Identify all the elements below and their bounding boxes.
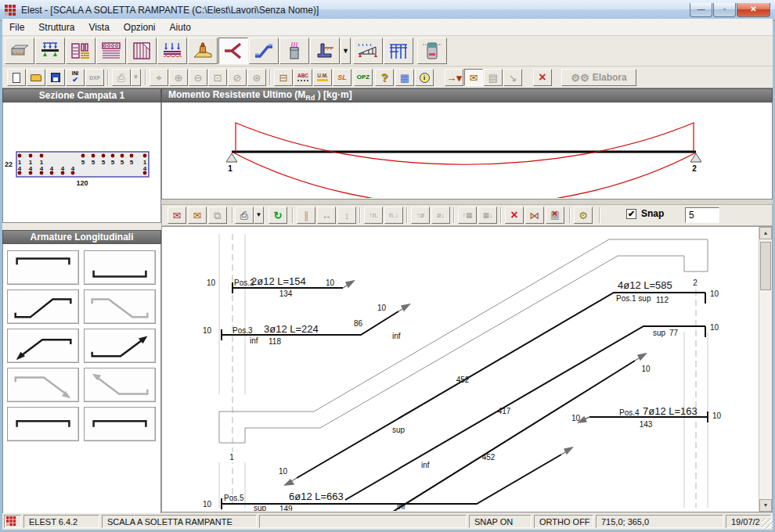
sl-icon: SL xyxy=(337,74,347,81)
zoom-extents-button[interactable]: ⊛ xyxy=(247,69,266,86)
menu-struttura[interactable]: Struttura xyxy=(31,20,81,35)
stirrup-down-button[interactable]: ▦↓ xyxy=(478,207,497,224)
retaining-wall-button[interactable] xyxy=(310,38,340,64)
column-section-button[interactable] xyxy=(417,38,447,64)
vertical-scrollbar[interactable]: ▲ ▼ xyxy=(759,227,772,512)
help-button[interactable]: ? xyxy=(375,69,394,86)
menu-file[interactable]: File xyxy=(2,20,31,35)
footing-button[interactable] xyxy=(188,38,218,64)
pan-button[interactable]: ⌖ xyxy=(150,69,168,86)
ini-button[interactable]: INI✔ xyxy=(66,69,85,86)
bar-count-up-button[interactable]: ↑n. xyxy=(364,207,383,224)
zoom-in-button[interactable]: ⊕ xyxy=(169,69,188,86)
print-drawing-button[interactable]: ⎙ xyxy=(235,207,254,224)
retaining-wall-dropdown[interactable]: ▼ xyxy=(341,38,351,64)
close-button[interactable]: ✕ xyxy=(737,3,770,17)
diameter-down-button[interactable]: ø↓ xyxy=(431,207,450,224)
save-button[interactable] xyxy=(46,69,65,86)
section-panel-body[interactable]: 1115555551444444422120 xyxy=(2,102,161,223)
options-opz-button[interactable]: OPZ xyxy=(354,69,373,86)
dxf-button[interactable]: DXF xyxy=(85,69,104,86)
restore-button[interactable]: ▫ xyxy=(713,3,736,17)
zoom-out-button[interactable]: ⊖ xyxy=(189,69,207,86)
stretch-h-button[interactable]: ↔ xyxy=(317,207,336,224)
minimize-button[interactable]: — xyxy=(690,3,712,17)
rebar-shape-bottom-bar-button[interactable] xyxy=(84,250,156,285)
project-tree-button[interactable]: ⊟ xyxy=(274,69,293,86)
menu-vista[interactable]: Vista xyxy=(81,20,116,35)
structure-toolbar: ▼ xyxy=(2,36,773,66)
resize-grip[interactable] xyxy=(762,518,773,529)
rebar-shape-top-bar2-button[interactable] xyxy=(7,407,79,441)
rebar-shape-top-bar-button[interactable] xyxy=(7,250,79,285)
rebar-shape-top-bar3-button[interactable] xyxy=(84,407,156,441)
slab-plan-button[interactable] xyxy=(66,38,96,64)
sl-button[interactable]: SL xyxy=(333,69,351,86)
diameter-down-icon: ø↓ xyxy=(437,212,445,219)
calculator-button[interactable]: ▦ xyxy=(395,69,414,86)
envelope-save-button[interactable]: ✉ xyxy=(188,207,207,224)
delete-table-button[interactable]: ▦× xyxy=(546,207,564,224)
rebar-shape-diagonal-top-button[interactable] xyxy=(7,329,79,363)
rebar-shape-diagonal-bottom-button[interactable] xyxy=(84,368,156,402)
print-dropdown[interactable]: ▼ xyxy=(131,69,141,86)
moment-panel-body[interactable]: 1 2 xyxy=(161,102,773,200)
scroll-down-button[interactable]: ▼ xyxy=(759,499,772,512)
drawing-canvas[interactable]: 10Pos.22ø12 L=1541341010Pos.33ø12 L=224i… xyxy=(161,226,773,512)
drawing-label: 86 xyxy=(354,319,363,328)
frame-button[interactable] xyxy=(384,38,413,64)
project-tree-icon: ⊟ xyxy=(279,73,288,83)
info-button[interactable]: i xyxy=(415,69,434,86)
print-button[interactable]: ⎙ xyxy=(112,69,131,86)
rebar-shape-bottom-diagonal-button[interactable] xyxy=(84,329,156,363)
column-button[interactable] xyxy=(279,38,309,64)
delete-button[interactable]: × xyxy=(505,207,524,224)
envelope-button[interactable]: ✉ xyxy=(464,69,483,86)
scroll-up-button[interactable]: ▲ xyxy=(759,227,772,239)
scroll-thumb[interactable] xyxy=(760,242,771,290)
knee-beam-button[interactable] xyxy=(249,38,279,64)
snap-checkbox[interactable]: ✔ xyxy=(626,209,636,219)
stretch-v-button[interactable]: ↕ xyxy=(337,207,356,224)
stair-flight-button[interactable] xyxy=(218,38,248,64)
truss-button[interactable] xyxy=(353,38,383,64)
report-button[interactable]: ▤ xyxy=(484,69,503,86)
beam-loads-button[interactable] xyxy=(35,38,65,64)
menu-aiuto[interactable]: Aiuto xyxy=(163,20,198,35)
flow-button[interactable]: →▾ xyxy=(445,69,463,86)
slab-joists-button[interactable] xyxy=(96,38,126,64)
zoom-previous-button[interactable]: ⊘ xyxy=(228,69,247,86)
preview-button[interactable]: ⧉ xyxy=(208,207,227,224)
export-arrow-button[interactable]: ↘ xyxy=(503,69,522,86)
slab-panel-button[interactable] xyxy=(127,38,157,64)
rebar-shape-top-diagonal-button[interactable] xyxy=(7,368,79,402)
new-button[interactable] xyxy=(7,69,26,86)
open-button[interactable] xyxy=(27,69,45,86)
text-abc-button[interactable]: ABC xyxy=(294,69,312,86)
refresh-button[interactable]: ↻ xyxy=(269,207,287,224)
separator xyxy=(569,207,571,223)
stirrup-up-button[interactable]: ↑▦ xyxy=(458,207,477,224)
status-snap[interactable]: SNAP ON xyxy=(469,515,532,528)
print-drawing-dropdown[interactable]: ▼ xyxy=(254,207,264,224)
drawing-label: Pos.3 xyxy=(232,326,253,335)
delete-x-button[interactable]: × xyxy=(533,69,552,86)
elabora-button[interactable]: ⚙⚙ Elabora xyxy=(561,69,636,86)
zoom-window-button[interactable]: ⊡ xyxy=(208,69,227,86)
diameter-up-button[interactable]: ↑ø xyxy=(411,207,430,224)
units-button[interactable]: U.M. xyxy=(313,69,332,86)
snap-value-input[interactable] xyxy=(685,207,719,223)
wall-deck-button[interactable] xyxy=(5,38,34,64)
snap-toggle[interactable]: ✔ Snap xyxy=(626,208,664,219)
delete-bar-button[interactable]: ⋈ xyxy=(525,207,544,224)
save-envelope-button[interactable]: ✉ xyxy=(168,207,186,224)
dimension-button[interactable]: ∥ xyxy=(297,207,315,224)
rebar-dot xyxy=(111,154,115,158)
bar-count-down-button[interactable]: n.↓ xyxy=(384,207,403,224)
distributed-load-button[interactable] xyxy=(157,38,187,64)
rebar-shape-bent-up-button[interactable] xyxy=(7,289,79,324)
options-gear-button[interactable]: ⚙ xyxy=(574,207,593,224)
status-ortho[interactable]: ORTHO OFF xyxy=(534,515,593,528)
menu-opzioni[interactable]: Opzioni xyxy=(117,20,163,35)
rebar-shape-bent-down-button[interactable] xyxy=(84,289,156,324)
